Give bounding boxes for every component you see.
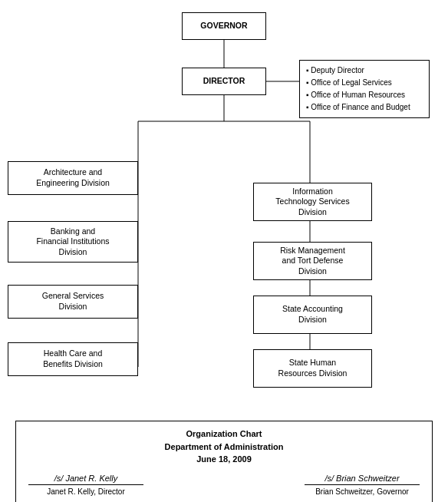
sig2-name: /s/ Brian Schweitzer — [305, 474, 420, 485]
footer-title: Organization Chart Department of Adminis… — [28, 428, 420, 466]
sig1-name: /s/ Janet R. Kelly — [28, 474, 143, 485]
sig-block-governor: /s/ Brian Schweitzer Brian Schweitzer, G… — [305, 474, 420, 496]
side-info-item: ▪ Deputy Director — [306, 64, 423, 77]
sig-block-director: /s/ Janet R. Kelly Janet R. Kelly, Direc… — [28, 474, 143, 496]
sig1-title: Janet R. Kelly, Director — [28, 487, 143, 496]
acct-division-box: State AccountingDivision — [253, 296, 372, 334]
it-division-box: InformationTechnology ServicesDivision — [253, 183, 372, 221]
arch-division-box: Architecture andEngineering Division — [8, 161, 138, 195]
side-info-box: ▪ Deputy Director ▪ Office of Legal Serv… — [299, 60, 430, 118]
chart-area: GOVERNOR DIRECTOR ▪ Deputy Director ▪ Of… — [8, 8, 440, 414]
footer: Organization Chart Department of Adminis… — [15, 421, 433, 502]
risk-division-box: Risk Managementand Tort DefenseDivision — [253, 242, 372, 280]
side-info-item: ▪ Office of Finance and Budget — [306, 101, 423, 114]
side-info-item: ▪ Office of Legal Services — [306, 77, 423, 89]
sig2-title: Brian Schweitzer, Governor — [305, 487, 420, 496]
hr-division-box: State HumanResources Division — [253, 349, 372, 388]
governor-box: GOVERNOR — [182, 12, 266, 40]
signature-row: /s/ Janet R. Kelly Janet R. Kelly, Direc… — [28, 474, 420, 496]
health-division-box: Health Care andBenefits Division — [8, 342, 138, 376]
director-box: DIRECTOR — [182, 68, 266, 95]
gen-division-box: General ServicesDivision — [8, 285, 138, 319]
side-info-item: ▪ Office of Human Resources — [306, 89, 423, 101]
org-container: GOVERNOR DIRECTOR ▪ Deputy Director ▪ Of… — [0, 0, 448, 502]
bank-division-box: Banking andFinancial InstitutionsDivisio… — [8, 221, 138, 263]
